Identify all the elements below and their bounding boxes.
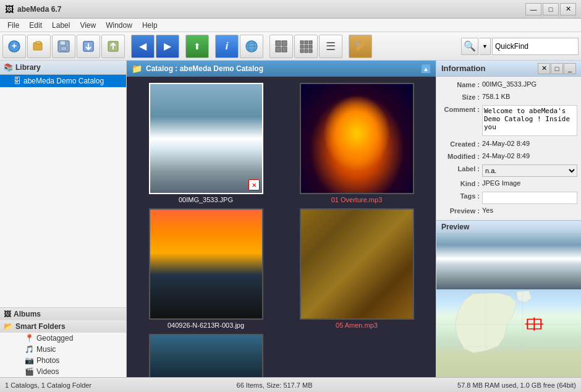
library-label: Library <box>15 63 41 72</box>
menu-help[interactable]: Help <box>137 20 163 31</box>
grid-item-2[interactable]: 01 Overture.mp3 <box>284 83 430 203</box>
info-detach-button[interactable]: □ <box>551 63 563 74</box>
catalog-icon: 🗄 <box>14 77 21 85</box>
thumb-bottom-img <box>150 335 262 377</box>
map-background <box>436 289 581 377</box>
map-button[interactable] <box>240 35 263 58</box>
maximize-button[interactable]: □ <box>543 3 559 15</box>
sidebar-item-geotagged[interactable]: 📍 Geotagged <box>0 333 126 344</box>
menu-file[interactable]: File <box>2 20 24 31</box>
sidebar-item-catalog[interactable]: 🗄 abeMeda Demo Catalog <box>0 75 126 87</box>
smart-folders-header[interactable]: 📂 Smart Folders <box>0 320 126 333</box>
comment-label: Comment : <box>440 105 482 113</box>
info-button[interactable]: i <box>215 35 239 58</box>
grid-item-1[interactable]: ✕ 00IMG_3533.JPG <box>133 83 279 203</box>
preview-section-header[interactable]: Preview <box>436 220 581 234</box>
sidebar-item-videos[interactable]: 🎬 Videos <box>0 366 126 377</box>
app-title: abeMeda 6.7 <box>17 5 61 14</box>
modified-value: 24-May-02 8:49 <box>482 152 577 160</box>
grid-inner[interactable]: ✕ 00IMG_3533.JPG 01 Overture.mp3 <box>127 77 436 377</box>
sidebar-item-photos[interactable]: 📷 Photos <box>0 355 126 366</box>
app-icon: 🖼 <box>5 4 14 14</box>
svg-rect-5 <box>60 41 66 45</box>
thumb-3[interactable] <box>149 208 263 320</box>
menu-label[interactable]: Label <box>47 20 75 31</box>
menu-view[interactable]: View <box>75 20 101 31</box>
search-input[interactable] <box>492 38 579 55</box>
svg-rect-24 <box>300 49 303 53</box>
menu-window[interactable]: Window <box>101 20 137 31</box>
titlebar-controls: — □ ✕ <box>525 3 576 15</box>
svg-text:+: + <box>12 41 17 51</box>
geotagged-icon: 📍 <box>25 334 34 343</box>
forward-button[interactable]: ▶ <box>156 35 179 58</box>
grid-item-3[interactable]: 040926-N-6213R-003.jpg <box>133 208 279 329</box>
main-area: 📚 Library 🗄 abeMeda Demo Catalog 🖼 Album… <box>0 61 581 377</box>
minimize-button[interactable]: — <box>525 3 541 15</box>
menu-edit[interactable]: Edit <box>24 20 47 31</box>
content-area: 📁 Catalog : abeMeda Demo Catalog ▲ ✕ 00I… <box>127 61 436 377</box>
library-header[interactable]: 📚 Library <box>0 61 126 75</box>
info-minimize-button[interactable]: _ <box>564 63 576 74</box>
albums-header[interactable]: 🖼 Albums <box>0 308 126 320</box>
import-button[interactable] <box>77 35 100 58</box>
svg-rect-3 <box>36 41 41 44</box>
smart-folders-label: Smart Folders <box>15 322 66 331</box>
list-view-button[interactable]: ☰ <box>319 35 342 58</box>
tags-input[interactable] <box>482 192 577 204</box>
kind-value: JPEG Image <box>482 179 577 187</box>
music-icon: 🎵 <box>25 345 34 354</box>
thumb-2[interactable] <box>300 83 414 194</box>
size-label: Size : <box>440 93 482 101</box>
thumb-5[interactable] <box>149 334 263 377</box>
catalog-label: abeMeda Demo Catalog <box>23 77 104 85</box>
statusbar: 1 Catalogs, 1 Catalog Folder 66 Items, S… <box>0 377 581 392</box>
search-dropdown-button[interactable]: ▼ <box>480 38 491 55</box>
label-select[interactable]: n.a. <box>482 164 577 177</box>
svg-rect-19 <box>305 41 308 44</box>
created-value: 24-May-02 8:49 <box>482 140 577 147</box>
info-row-created: Created : 24-May-02 8:49 <box>436 138 581 151</box>
open-button[interactable] <box>27 35 51 58</box>
created-label: Created : <box>440 140 482 148</box>
close-button[interactable]: ✕ <box>560 3 576 15</box>
geotagged-label: Geotagged <box>36 334 73 343</box>
svg-rect-6 <box>61 46 67 51</box>
library-icon: 📚 <box>4 63 13 72</box>
export-button[interactable] <box>101 35 125 58</box>
sidebar-top: 📚 Library 🗄 abeMeda Demo Catalog <box>0 61 126 87</box>
thumb-4[interactable] <box>300 208 414 320</box>
grid-item-4[interactable]: 05 Amen.mp3 <box>284 208 430 329</box>
label-label: Label : <box>440 164 482 173</box>
comment-textarea[interactable]: Welcome to abeMeda's Demo Catalog ! Insi… <box>482 105 577 136</box>
map-preview <box>436 289 581 377</box>
svg-rect-25 <box>305 49 308 53</box>
thumb-mountain-img <box>150 84 262 193</box>
tools-button[interactable] <box>349 35 372 58</box>
albums-label: Albums <box>14 310 41 318</box>
search-icon-button[interactable]: 🔍 <box>461 38 478 55</box>
catalog-scroll-up[interactable]: ▲ <box>421 64 431 74</box>
grid-item-5[interactable] <box>133 334 279 377</box>
comment-value: Welcome to abeMeda's Demo Catalog ! Insi… <box>482 105 577 137</box>
status-right: 57.8 MB RAM used, 1.0 GB free (64bit) <box>457 381 576 389</box>
titlebar: 🖼 abeMeda 6.7 — □ ✕ <box>0 0 581 19</box>
back-button[interactable]: ◀ <box>131 35 155 58</box>
info-fields: Name : 00IMG_3533.JPG Size : 758.1 KB Co… <box>436 77 581 220</box>
svg-rect-26 <box>309 49 312 53</box>
label-4: 05 Amen.mp3 <box>336 322 378 329</box>
grid-view2-button[interactable] <box>294 35 318 58</box>
sidebar-item-music[interactable]: 🎵 Music <box>0 344 126 355</box>
info-row-name: Name : 00IMG_3533.JPG <box>436 79 581 92</box>
modified-label: Modified : <box>440 152 482 160</box>
preview-value: Yes <box>482 207 577 214</box>
preview-section-label: Preview <box>441 223 469 231</box>
status-mid: 66 Items, Size: 517.7 MB <box>237 381 313 389</box>
thumb-1[interactable]: ✕ <box>149 83 263 194</box>
grid-view1-button[interactable] <box>269 35 293 58</box>
photos-label: Photos <box>36 356 59 365</box>
info-close-button[interactable]: ✕ <box>538 63 550 74</box>
add-catalog-button[interactable]: + <box>2 35 26 58</box>
save-button[interactable] <box>52 35 75 58</box>
go-button[interactable]: ⬆ <box>185 35 209 58</box>
